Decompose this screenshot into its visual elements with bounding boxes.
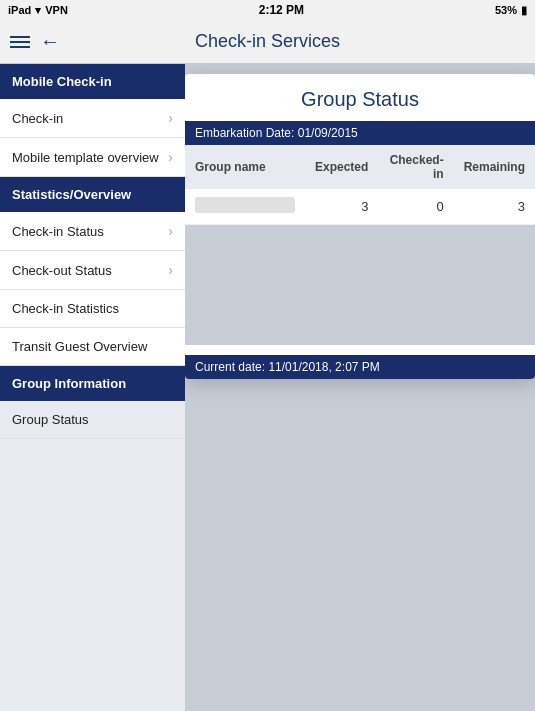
sidebar-item-group-status[interactable]: Group Status: [0, 401, 185, 439]
remaining-cell: 3: [454, 189, 535, 225]
sidebar-item-transit-guest[interactable]: Transit Guest Overview: [0, 328, 185, 366]
table-row: 3 0 3: [185, 189, 535, 225]
chevron-icon: ›: [168, 110, 173, 126]
main-area: Mobile Check-in Check-in › Mobile templa…: [0, 64, 535, 711]
chevron-icon: ›: [168, 149, 173, 165]
group-status-card: Group Status Embarkation Date: 01/09/201…: [185, 74, 535, 379]
carrier-label: VPN: [45, 4, 68, 16]
col-checked-in: Checked-in: [378, 145, 453, 189]
nav-bar: ← Check-in Services: [0, 20, 535, 64]
current-date-value: 11/01/2018, 2:07 PM: [268, 360, 379, 374]
sidebar-item-mobile-template[interactable]: Mobile template overview ›: [0, 138, 185, 177]
content-area: Group Status Embarkation Date: 01/09/201…: [185, 64, 535, 711]
chevron-icon: ›: [168, 262, 173, 278]
status-bar-right: 53% ▮: [495, 4, 527, 17]
sidebar-item-checkin[interactable]: Check-in ›: [0, 99, 185, 138]
sidebar-section-mobile-checkin: Mobile Check-in: [0, 64, 185, 99]
embarkation-date: 01/09/2015: [298, 126, 358, 140]
back-button[interactable]: ←: [40, 30, 60, 53]
status-bar: iPad ▾ VPN 2:12 PM 53% ▮: [0, 0, 535, 20]
sidebar-item-checkout-status[interactable]: Check-out Status ›: [0, 251, 185, 290]
sidebar-item-checkin-status[interactable]: Check-in Status ›: [0, 212, 185, 251]
group-status-table: Group name Expected Checked-in Remaining…: [185, 145, 535, 225]
hamburger-menu-button[interactable]: [10, 36, 30, 48]
current-date-footer: Current date: 11/01/2018, 2:07 PM: [185, 355, 535, 379]
table-header-row: Group name Expected Checked-in Remaining: [185, 145, 535, 189]
expected-cell: 3: [305, 189, 378, 225]
sidebar-section-statistics: Statistics/Overview: [0, 177, 185, 212]
group-status-title: Group Status: [185, 74, 535, 121]
time-label: 2:12 PM: [259, 3, 304, 17]
nav-bar-left: ←: [10, 30, 60, 53]
embarkation-banner: Embarkation Date: 01/09/2015: [185, 121, 535, 145]
current-date-label: Current date:: [195, 360, 265, 374]
col-remaining: Remaining: [454, 145, 535, 189]
page-title: Check-in Services: [195, 31, 340, 52]
embarkation-label: Embarkation Date:: [195, 126, 294, 140]
sidebar-section-group-info: Group Information: [0, 366, 185, 401]
battery-icon: ▮: [521, 4, 527, 17]
col-group-name: Group name: [185, 145, 305, 189]
wifi-icon: ▾: [35, 4, 41, 17]
battery-label: 53%: [495, 4, 517, 16]
group-name-cell: [185, 189, 305, 225]
device-label: iPad: [8, 4, 31, 16]
sidebar-item-checkin-statistics[interactable]: Check-in Statistics: [0, 290, 185, 328]
checked-in-cell: 0: [378, 189, 453, 225]
group-status-panel: Group Status Embarkation Date: 01/09/201…: [185, 64, 535, 711]
sidebar: Mobile Check-in Check-in › Mobile templa…: [0, 64, 185, 711]
chevron-icon: ›: [168, 223, 173, 239]
col-expected: Expected: [305, 145, 378, 189]
status-bar-left: iPad ▾ VPN: [8, 4, 68, 17]
